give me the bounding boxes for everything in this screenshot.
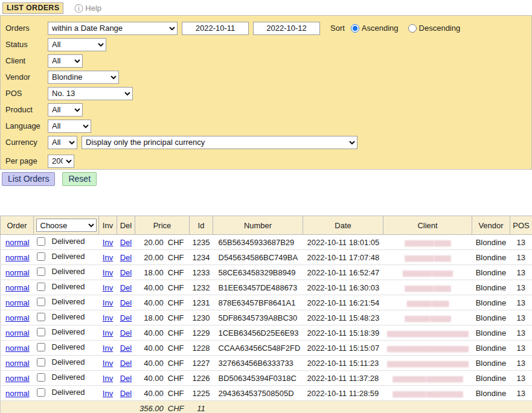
- order-type-link[interactable]: normal: [5, 238, 30, 247]
- client-link[interactable]: ▇▇▇▇▇▇▇ ▇▇▇▇: [405, 255, 450, 261]
- product-select[interactable]: All: [48, 103, 83, 117]
- row-checkbox[interactable]: [37, 267, 45, 276]
- invoice-link[interactable]: Inv: [103, 283, 113, 292]
- orders-range-select[interactable]: within a Date Range: [48, 22, 178, 35]
- row-checkbox[interactable]: [37, 313, 45, 321]
- number-cell: BD506345394F0318C: [213, 371, 303, 386]
- header-client: Client: [383, 216, 472, 235]
- date-from-input[interactable]: [182, 22, 249, 35]
- pos-select[interactable]: No. 13: [48, 87, 133, 100]
- row-checkbox[interactable]: [37, 283, 45, 291]
- choose-action-select[interactable]: Choose: [36, 219, 97, 232]
- delivery-link[interactable]: Del: [120, 268, 132, 277]
- invoice-link[interactable]: Inv: [103, 389, 113, 398]
- delivery-link[interactable]: Del: [120, 328, 132, 338]
- invoice-cell: Inv: [99, 235, 117, 250]
- order-type-link[interactable]: normal: [5, 283, 30, 292]
- sort-descending-radio[interactable]: [408, 24, 417, 33]
- status-label: Delivered: [52, 237, 85, 246]
- status-label: Delivered: [52, 312, 85, 321]
- price-amount: 40.00: [144, 344, 164, 353]
- vendor-cell: Blondine: [472, 356, 510, 371]
- delivery-link[interactable]: Del: [120, 238, 132, 247]
- client-link[interactable]: ▇▇▇▇▇▇▇▇ ▇▇▇▇▇▇▇▇▇: [393, 391, 463, 397]
- language-select[interactable]: All: [48, 120, 91, 133]
- client-link[interactable]: ▇▇▇▇▇▇ ▇▇▇▇: [407, 300, 449, 307]
- sort-ascending-option[interactable]: Ascending: [351, 24, 399, 33]
- per-page-select[interactable]: 200: [48, 155, 74, 168]
- delivery-link[interactable]: Del: [120, 253, 132, 262]
- sort-descending-option[interactable]: Descending: [408, 24, 461, 33]
- currency-select[interactable]: All: [48, 136, 77, 149]
- delivery-link[interactable]: Del: [120, 359, 132, 368]
- filter-row-pos: POS No. 13: [5, 85, 527, 101]
- row-checkbox[interactable]: [37, 373, 45, 382]
- invoice-link[interactable]: Inv: [103, 313, 113, 322]
- delivery-link[interactable]: Del: [120, 389, 132, 398]
- order-type-link[interactable]: normal: [5, 313, 30, 322]
- footer-total-amount: 356.00: [139, 404, 164, 413]
- client-link[interactable]: ▇▇▇▇▇▇▇ ▇▇▇▇▇: [403, 270, 452, 277]
- vendor-select[interactable]: Blondine: [48, 71, 119, 84]
- client-link[interactable]: ▇▇▇▇▇▇ ▇▇▇▇▇: [405, 315, 450, 322]
- invoice-link[interactable]: Inv: [103, 238, 113, 247]
- client-cell: ▇▇▇▇▇▇▇ ▇▇▇▇: [383, 280, 472, 295]
- order-type-link[interactable]: normal: [5, 253, 30, 262]
- delivery-link[interactable]: Del: [120, 344, 132, 353]
- price-cell: 40.00CHF: [135, 386, 190, 401]
- reset-button[interactable]: Reset: [62, 172, 97, 186]
- id-cell: 1228: [190, 341, 213, 356]
- vendor-cell: Blondine: [472, 310, 510, 325]
- vendor-cell: Blondine: [472, 250, 510, 265]
- filter-row-client: Client All: [5, 53, 527, 69]
- currency-display-select[interactable]: Display only the principal currency: [82, 136, 357, 149]
- order-cell: normal: [1, 295, 34, 310]
- delivery-link[interactable]: Del: [120, 374, 132, 383]
- invoice-cell: Inv: [99, 341, 117, 356]
- help-link[interactable]: ⓘ Help: [74, 4, 101, 13]
- row-checkbox[interactable]: [37, 388, 45, 397]
- order-cell: normal: [1, 280, 34, 295]
- client-link[interactable]: ▇▇▇▇▇▇▇ ▇▇▇▇: [405, 240, 450, 246]
- client-link[interactable]: ▇▇▇▇▇▇▇▇▇▇▇▇▇▇▇▇▇▇▇▇: [387, 360, 468, 367]
- row-checkbox[interactable]: [37, 298, 45, 306]
- order-type-link[interactable]: normal: [5, 389, 30, 398]
- number-cell: 58CE63458329B8949: [213, 265, 303, 280]
- client-link[interactable]: ▇▇▇▇▇▇▇▇▇▇▇▇▇▇▇▇▇▇▇▇: [387, 345, 468, 352]
- invoice-link[interactable]: Inv: [103, 268, 113, 277]
- order-type-link[interactable]: normal: [5, 328, 30, 338]
- invoice-link[interactable]: Inv: [103, 298, 113, 307]
- order-type-link[interactable]: normal: [5, 268, 30, 277]
- list-orders-button[interactable]: List Orders: [2, 172, 55, 186]
- invoice-link[interactable]: Inv: [103, 359, 113, 368]
- client-link[interactable]: ▇▇▇▇▇▇▇▇▇▇▇▇▇▇▇▇▇▇▇▇: [387, 330, 468, 337]
- invoice-cell: Inv: [99, 250, 117, 265]
- sort-ascending-radio[interactable]: [351, 24, 359, 33]
- status-select[interactable]: All: [48, 38, 106, 51]
- order-type-link[interactable]: normal: [5, 359, 30, 368]
- row-checkbox[interactable]: [37, 343, 45, 351]
- status-cell: Delivered: [34, 386, 99, 401]
- invoice-link[interactable]: Inv: [103, 328, 113, 338]
- table-row: normal Delivered Inv Del 40.00CHF 1227 3…: [1, 356, 532, 371]
- row-checkbox[interactable]: [37, 237, 45, 246]
- order-type-link[interactable]: normal: [5, 344, 30, 353]
- order-type-link[interactable]: normal: [5, 298, 30, 307]
- invoice-link[interactable]: Inv: [103, 253, 113, 262]
- delivery-link[interactable]: Del: [120, 298, 132, 307]
- client-cell: ▇▇▇▇▇▇▇ ▇▇▇▇: [383, 235, 472, 250]
- list-orders-tab[interactable]: LIST ORDERS: [2, 2, 63, 14]
- table-row: normal Delivered Inv Del 40.00CHF 1232 B…: [1, 280, 532, 295]
- row-checkbox[interactable]: [37, 252, 45, 261]
- client-link[interactable]: ▇▇▇▇▇▇▇ ▇▇▇▇: [405, 285, 450, 292]
- client-select[interactable]: All: [48, 54, 83, 68]
- invoice-link[interactable]: Inv: [103, 344, 113, 353]
- order-type-link[interactable]: normal: [5, 374, 30, 383]
- delivery-link[interactable]: Del: [120, 313, 132, 322]
- delivery-link[interactable]: Del: [120, 283, 132, 292]
- row-checkbox[interactable]: [37, 358, 45, 367]
- invoice-link[interactable]: Inv: [103, 374, 113, 383]
- date-to-input[interactable]: [253, 22, 320, 35]
- client-link[interactable]: ▇▇▇▇▇▇▇▇ ▇▇▇▇▇▇▇▇▇: [393, 376, 463, 382]
- row-checkbox[interactable]: [37, 328, 45, 336]
